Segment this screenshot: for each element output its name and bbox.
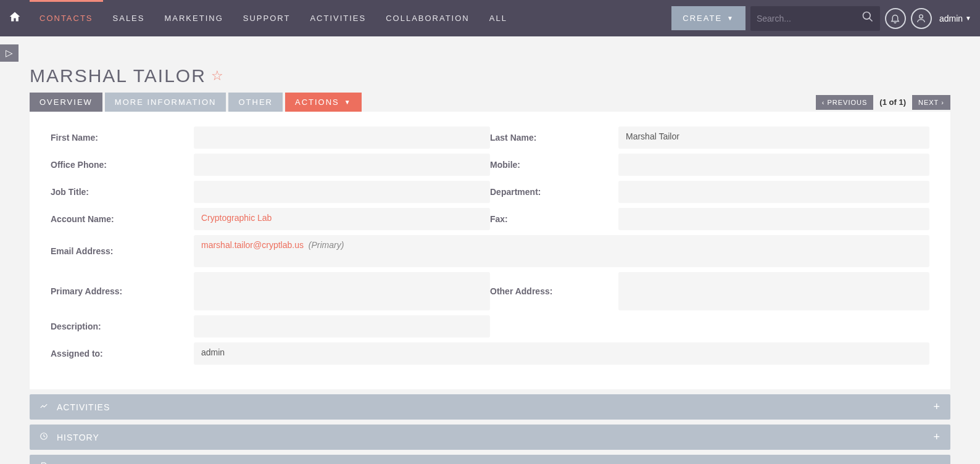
primary-address-value[interactable] xyxy=(194,272,490,310)
top-nav: CONTACTS SALES MARKETING SUPPORT ACTIVIT… xyxy=(0,0,980,36)
fax-label: Fax: xyxy=(490,214,618,224)
department-label: Department: xyxy=(490,187,618,197)
caret-down-icon: ▼ xyxy=(727,15,734,22)
user-label: admin xyxy=(939,14,963,23)
create-label: CREATE xyxy=(683,14,722,23)
page-info: (1 of 1) xyxy=(879,97,906,107)
email-value[interactable]: marshal.tailor@cryptlab.us (Primary) xyxy=(194,235,929,267)
account-name-link[interactable]: Cryptographic Lab xyxy=(201,213,272,223)
notifications-icon[interactable] xyxy=(885,8,906,29)
section-documents[interactable]: DOCUMENTS + xyxy=(30,455,950,464)
first-name-label: First Name: xyxy=(51,133,194,143)
assigned-to-value[interactable]: admin xyxy=(194,342,929,365)
page-title: MARSHAL TAILOR xyxy=(30,65,206,86)
nav-tab-activities[interactable]: ACTIVITIES xyxy=(300,0,376,36)
caret-down-icon: ▼ xyxy=(965,15,971,22)
other-address-value[interactable] xyxy=(618,272,929,310)
search-input-wrap xyxy=(750,6,880,31)
job-title-value[interactable] xyxy=(194,181,490,203)
last-name-value[interactable]: Marshal Tailor xyxy=(618,126,929,149)
email-link[interactable]: marshal.tailor@cryptlab.us xyxy=(201,240,304,250)
description-value[interactable] xyxy=(194,315,490,338)
svg-line-1 xyxy=(869,19,872,22)
next-button[interactable]: NEXT › xyxy=(912,95,950,110)
user-avatar-icon[interactable] xyxy=(911,8,932,29)
chevron-right-icon: › xyxy=(941,99,944,106)
account-name-label: Account Name: xyxy=(51,214,194,224)
fax-value[interactable] xyxy=(618,208,929,230)
primary-address-label: Primary Address: xyxy=(51,286,194,296)
plus-icon[interactable]: + xyxy=(933,431,941,444)
user-menu[interactable]: admin ▼ xyxy=(939,14,971,23)
assigned-to-label: Assigned to: xyxy=(51,349,194,358)
other-address-label: Other Address: xyxy=(490,286,618,296)
last-name-label: Last Name: xyxy=(490,133,618,143)
section-history[interactable]: HISTORY + xyxy=(30,425,950,450)
nav-tab-support[interactable]: SUPPORT xyxy=(233,0,301,36)
nav-tab-sales[interactable]: SALES xyxy=(103,0,155,36)
department-value[interactable] xyxy=(618,181,929,203)
section-history-label: HISTORY xyxy=(57,433,99,442)
search-input[interactable] xyxy=(757,14,862,23)
mobile-label: Mobile: xyxy=(490,160,618,170)
office-phone-label: Office Phone: xyxy=(51,160,194,170)
email-label: Email Address: xyxy=(51,246,194,256)
first-name-value[interactable] xyxy=(194,126,490,149)
tab-overview[interactable]: OVERVIEW xyxy=(30,93,102,112)
next-label: NEXT xyxy=(918,99,939,106)
tab-more-information[interactable]: MORE INFORMATION xyxy=(105,93,226,112)
tab-row: OVERVIEW MORE INFORMATION OTHER ACTIONS … xyxy=(30,93,950,112)
page-content: MARSHAL TAILOR ☆ OVERVIEW MORE INFORMATI… xyxy=(0,65,980,464)
actions-label: ACTIONS xyxy=(295,97,339,107)
job-title-label: Job Title: xyxy=(51,187,194,197)
nav-tabs: CONTACTS SALES MARKETING SUPPORT ACTIVIT… xyxy=(30,0,517,36)
title-row: MARSHAL TAILOR ☆ xyxy=(30,65,950,86)
sidebar-expand-button[interactable]: ▷ xyxy=(0,44,19,62)
account-name-value[interactable]: Cryptographic Lab xyxy=(194,208,490,230)
nav-tab-collaboration[interactable]: COLLABORATION xyxy=(376,0,480,36)
nav-tab-contacts[interactable]: CONTACTS xyxy=(30,0,103,36)
plus-icon[interactable]: + xyxy=(933,461,941,464)
overview-card: First Name: Last Name: Marshal Tailor Of… xyxy=(30,112,950,389)
search-icon[interactable] xyxy=(862,10,874,26)
activities-icon xyxy=(39,402,51,412)
nav-tab-marketing[interactable]: MARKETING xyxy=(154,0,233,36)
section-activities[interactable]: ACTIVITIES + xyxy=(30,394,950,420)
email-suffix: (Primary) xyxy=(309,240,344,250)
section-activities-label: ACTIVITIES xyxy=(57,402,110,412)
create-button[interactable]: CREATE ▼ xyxy=(671,6,745,30)
plus-icon[interactable]: + xyxy=(933,400,941,413)
nav-tab-all[interactable]: ALL xyxy=(480,0,517,36)
description-label: Description: xyxy=(51,321,194,331)
tab-other[interactable]: OTHER xyxy=(228,93,283,112)
previous-button[interactable]: ‹ PREVIOUS xyxy=(816,95,874,110)
history-icon xyxy=(39,432,51,442)
caret-down-icon: ▼ xyxy=(344,99,352,106)
mobile-value[interactable] xyxy=(618,154,929,176)
previous-label: PREVIOUS xyxy=(828,99,868,106)
home-icon[interactable] xyxy=(9,10,21,27)
actions-dropdown[interactable]: ACTIONS ▼ xyxy=(285,93,362,112)
favorite-star-icon[interactable]: ☆ xyxy=(211,68,223,84)
svg-point-2 xyxy=(920,15,923,19)
office-phone-value[interactable] xyxy=(194,154,490,176)
svg-point-0 xyxy=(863,12,870,20)
chevron-left-icon: ‹ xyxy=(822,99,825,106)
